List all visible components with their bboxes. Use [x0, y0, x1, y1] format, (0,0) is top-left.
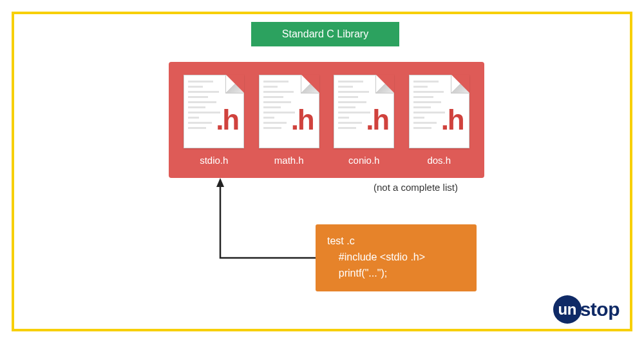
library-box: .h stdio.h .h math.h .h conio.h .h dos.h — [169, 62, 484, 178]
file-label: stdio.h — [200, 155, 228, 166]
code-snippet: test .c #include <stdio .h> printf("..."… — [316, 224, 477, 291]
page-fold-icon — [375, 75, 393, 93]
file-extension: .h — [291, 104, 314, 136]
file-extension: .h — [441, 104, 464, 136]
file-icon: .h — [259, 75, 319, 148]
file-label: conio.h — [348, 155, 379, 166]
file-icon: .h — [184, 75, 244, 148]
file-icon: .h — [334, 75, 394, 148]
page-fold-icon — [301, 75, 319, 93]
header-file: .h math.h — [254, 75, 324, 166]
header-file: .h conio.h — [329, 75, 399, 166]
page-fold-icon — [451, 75, 469, 93]
file-extension: .h — [216, 104, 238, 136]
logo-text: stop — [580, 299, 620, 320]
header-file: .h stdio.h — [179, 75, 249, 166]
file-icon: .h — [409, 75, 469, 148]
title-text: Standard C Library — [282, 28, 368, 40]
file-label: math.h — [274, 155, 304, 166]
logo-circle: un — [553, 295, 582, 324]
page-fold-icon — [225, 75, 243, 93]
file-extension: .h — [366, 104, 388, 136]
header-file: .h dos.h — [404, 75, 474, 166]
title-badge: Standard C Library — [251, 22, 399, 46]
file-label: dos.h — [427, 155, 451, 166]
brand-logo: unstop — [553, 295, 620, 324]
incomplete-note: (not a complete list) — [374, 182, 458, 193]
